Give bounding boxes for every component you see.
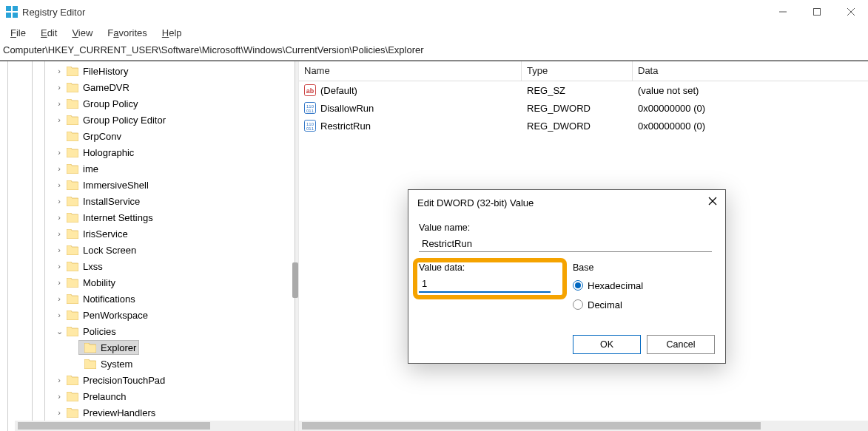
svg-rect-1 <box>13 6 18 11</box>
tree-item[interactable]: System <box>0 356 295 372</box>
radio-icon <box>573 299 583 310</box>
menu-view[interactable]: View <box>66 26 98 40</box>
tree-item[interactable]: ›Mobility <box>0 274 295 291</box>
tree-item-label: FileHistory <box>83 66 128 77</box>
cell-data: 0x00000000 (0) <box>633 103 868 114</box>
list-row[interactable]: 110011DisallowRunREG_DWORD0x00000000 (0) <box>299 99 868 117</box>
tree-item-label: PenWorkspace <box>83 310 148 321</box>
value-name: (Default) <box>320 85 357 96</box>
chevron-right-icon[interactable]: › <box>55 83 64 92</box>
menubar: File Edit View Favorites Help <box>0 24 868 41</box>
tree-item-label: Mobility <box>83 277 115 288</box>
radio-hex-label: Hexadecimal <box>588 280 643 291</box>
dialog-title-text: Edit DWORD (32-bit) Value <box>417 197 534 208</box>
radio-dec-label: Decimal <box>588 299 622 310</box>
tree-item[interactable]: ›Prelaunch <box>0 388 295 404</box>
tree-item[interactable]: ›ime <box>0 160 295 177</box>
list-row[interactable]: ab(Default)REG_SZ(value not set) <box>299 81 868 99</box>
base-label: Base <box>573 262 643 273</box>
tree-item-label: PrecisionTouchPad <box>83 375 165 386</box>
svg-rect-5 <box>814 9 821 16</box>
address-bar[interactable]: Computer\HKEY_CURRENT_USER\Software\Micr… <box>0 41 868 61</box>
radio-hexadecimal[interactable]: Hexadecimal <box>573 277 643 293</box>
scrollbar-thumb[interactable] <box>18 422 210 430</box>
tree-item[interactable]: ›ImmersiveShell <box>0 177 295 193</box>
cell-type: REG_DWORD <box>522 103 633 114</box>
chevron-right-icon[interactable]: › <box>55 115 64 124</box>
dialog-title: Edit DWORD (32-bit) Value <box>408 190 725 215</box>
chevron-right-icon[interactable]: › <box>55 294 64 303</box>
dialog-close-button[interactable] <box>706 194 719 208</box>
chevron-right-icon[interactable]: › <box>55 408 64 417</box>
splitter-thumb[interactable] <box>292 262 298 298</box>
tree-item[interactable]: ›FileHistory <box>0 63 295 79</box>
chevron-right-icon[interactable]: › <box>55 148 64 157</box>
cell-name: ab(Default) <box>299 84 522 96</box>
chevron-right-icon[interactable]: › <box>55 99 64 108</box>
tree-item[interactable]: ›Holographic <box>0 144 295 160</box>
tree-item[interactable]: ›Lock Screen <box>0 242 295 258</box>
tree-item[interactable]: ›PenWorkspace <box>0 307 295 323</box>
cancel-button[interactable]: Cancel <box>647 335 715 354</box>
menu-favorites[interactable]: Favorites <box>101 26 152 40</box>
tree-horizontal-scrollbar[interactable] <box>15 421 295 431</box>
value-name-label: Value name: <box>419 223 715 233</box>
minimize-button[interactable] <box>766 0 800 24</box>
tree-item[interactable]: ›PrecisionTouchPad <box>0 372 295 388</box>
column-header-name[interactable]: Name <box>299 61 522 81</box>
value-name-input[interactable] <box>419 236 712 252</box>
tree-item[interactable]: GrpConv <box>0 128 295 144</box>
chevron-right-icon[interactable]: › <box>55 278 64 287</box>
chevron-right-icon[interactable]: › <box>55 376 64 384</box>
chevron-right-icon[interactable]: › <box>55 67 64 75</box>
scrollbar-thumb[interactable] <box>302 422 761 430</box>
chevron-right-icon[interactable]: › <box>55 213 64 222</box>
maximize-button[interactable] <box>800 0 834 24</box>
column-header-data[interactable]: Data <box>633 61 868 81</box>
column-header-type[interactable]: Type <box>522 61 633 81</box>
menu-help[interactable]: Help <box>156 26 188 40</box>
list-horizontal-scrollbar[interactable] <box>299 421 868 431</box>
chevron-right-icon[interactable]: › <box>55 245 64 254</box>
tree-item-label: InstallService <box>83 196 140 207</box>
tree-item-label: GrpConv <box>83 131 121 142</box>
chevron-right-icon[interactable]: › <box>55 229 64 238</box>
value-data-input[interactable] <box>419 276 551 293</box>
cell-data: 0x00000000 (0) <box>633 121 868 132</box>
window-title: Registry Editor <box>22 7 85 18</box>
tree-item-label: System <box>101 359 132 370</box>
tree-item[interactable]: ›Group Policy Editor <box>0 112 295 128</box>
radio-decimal[interactable]: Decimal <box>573 296 643 313</box>
tree-item[interactable]: ›IrisService <box>0 225 295 242</box>
tree-item[interactable]: ›GameDVR <box>0 79 295 95</box>
menu-file[interactable]: File <box>4 26 32 40</box>
close-button[interactable] <box>834 0 868 24</box>
tree-item[interactable]: Explorer <box>0 339 295 356</box>
tree-item[interactable]: ›Notifications <box>0 291 295 307</box>
chevron-down-icon[interactable]: ⌄ <box>55 327 64 336</box>
ok-button[interactable]: OK <box>573 335 641 354</box>
radio-icon <box>573 280 583 291</box>
tree-item[interactable]: ⌄Policies <box>0 323 295 339</box>
chevron-right-icon[interactable]: › <box>55 310 64 319</box>
svg-rect-2 <box>6 13 11 18</box>
value-name: DisallowRun <box>320 103 374 114</box>
tree-item[interactable]: ›Internet Settings <box>0 209 295 225</box>
svg-text:011: 011 <box>306 126 314 131</box>
tree-item[interactable]: ›InstallService <box>0 193 295 209</box>
chevron-right-icon[interactable]: › <box>55 197 64 206</box>
tree-item[interactable]: ›Lxss <box>0 258 295 274</box>
svg-rect-0 <box>6 6 11 11</box>
chevron-right-icon[interactable]: › <box>55 164 64 173</box>
menu-edit[interactable]: Edit <box>35 26 63 40</box>
list-row[interactable]: 110011RestrictRunREG_DWORD0x00000000 (0) <box>299 117 868 135</box>
edit-dword-dialog: Edit DWORD (32-bit) Value Value name: Va… <box>408 189 726 364</box>
list-header: Name Type Data <box>299 61 868 81</box>
chevron-right-icon[interactable]: › <box>55 262 64 271</box>
chevron-right-icon[interactable]: › <box>55 392 64 401</box>
cell-name: 110011RestrictRun <box>299 120 522 132</box>
chevron-right-icon[interactable]: › <box>55 180 64 189</box>
tree-item[interactable]: ›Group Policy <box>0 95 295 112</box>
tree-item[interactable]: ›PreviewHandlers <box>0 404 295 421</box>
tree-item-label: Prelaunch <box>83 391 127 402</box>
